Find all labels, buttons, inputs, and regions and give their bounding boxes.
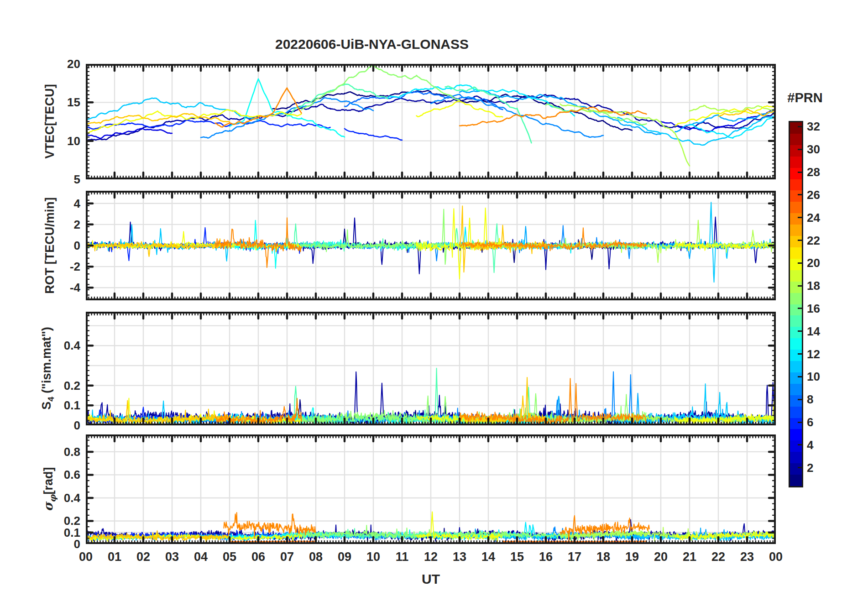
vtec-plot-canvas xyxy=(86,64,776,179)
colorbar-tick-label: 28 xyxy=(807,165,820,179)
sigma-phi-y-axis-label: σφ[rad] xyxy=(41,467,57,511)
x-tick-label: 06 xyxy=(251,550,265,564)
y-tick-label: 0 xyxy=(74,419,80,433)
y-tick-label: 5 xyxy=(74,173,80,187)
colorbar-tick-label: 8 xyxy=(807,392,813,407)
colorbar-tick xyxy=(798,353,802,355)
colorbar-band xyxy=(790,384,802,395)
colorbar-band xyxy=(790,372,802,384)
x-axis-title: UT xyxy=(422,571,440,587)
colorbar-tick-label: 18 xyxy=(807,279,820,293)
x-tick-label: 02 xyxy=(136,550,150,564)
sigma-phi-panel xyxy=(86,434,776,544)
x-tick-label: 23 xyxy=(740,550,754,564)
colorbar-tick-label: 2 xyxy=(807,460,813,475)
x-tick-label: 00 xyxy=(769,550,783,564)
colorbar-band xyxy=(790,190,802,202)
colorbar-tick xyxy=(798,467,802,468)
colorbar-tick-label: 32 xyxy=(807,120,820,134)
y-tick-label: 0.2 xyxy=(64,514,80,528)
y-tick-label: 0 xyxy=(74,239,80,253)
colorbar-tick xyxy=(798,172,802,173)
s4-y-axis-label: S4 ("ism.mat") xyxy=(40,327,56,410)
figure: 20220606-UiB-NYA-GLONASS VTEC[TECU] ROT … xyxy=(0,0,868,607)
vtec-y-axis-label-text: VTEC[TECU] xyxy=(43,84,57,159)
x-tick-label: 13 xyxy=(453,550,466,564)
y-tick-label: -4 xyxy=(70,281,80,295)
colorbar-band xyxy=(790,168,802,179)
y-tick-label: 0.1 xyxy=(64,398,80,413)
colorbar-band xyxy=(790,145,802,157)
colorbar-tick-label: 26 xyxy=(807,188,820,202)
x-tick-label: 15 xyxy=(510,550,524,564)
sigma-y-axis-label-text: σ xyxy=(41,502,55,512)
x-tick-label: 11 xyxy=(396,550,409,564)
colorbar-band xyxy=(790,463,802,475)
x-tick-label: 00 xyxy=(79,550,93,564)
prn-colorbar xyxy=(789,121,803,487)
x-tick-label: 18 xyxy=(596,550,610,564)
x-tick-label: 19 xyxy=(625,550,639,564)
colorbar-band xyxy=(790,134,802,145)
colorbar-tick xyxy=(798,330,802,332)
colorbar-band xyxy=(790,293,802,304)
y-tick-label: 4 xyxy=(74,196,80,210)
x-tick-label: 09 xyxy=(338,550,351,564)
colorbar-band xyxy=(790,304,802,316)
colorbar-band xyxy=(790,157,802,168)
colorbar-band xyxy=(790,122,802,134)
y-tick-label: 0.2 xyxy=(64,378,80,392)
x-tick-label: 08 xyxy=(309,550,323,564)
colorbar-tick xyxy=(798,285,802,287)
colorbar-band xyxy=(790,270,802,282)
y-tick-label: 0.8 xyxy=(64,445,80,459)
x-tick-label: 07 xyxy=(280,550,294,564)
colorbar-band xyxy=(790,236,802,247)
sigma-plot-canvas xyxy=(86,434,776,544)
colorbar-band xyxy=(790,475,802,486)
rot-y-axis-label: ROT [TECU/min] xyxy=(43,197,59,293)
y-tick-label: 2 xyxy=(74,217,80,231)
colorbar-tick xyxy=(798,399,802,400)
rot-plot-canvas xyxy=(86,191,776,300)
vtec-panel xyxy=(86,64,776,179)
x-tick-label: 01 xyxy=(108,550,121,564)
colorbar-tick-label: 4 xyxy=(807,438,813,452)
colorbar-band xyxy=(790,202,802,213)
colorbar-band xyxy=(790,315,802,327)
y-tick-label: 0.6 xyxy=(64,468,80,482)
colorbar-band xyxy=(790,407,802,418)
colorbar-tick xyxy=(798,149,802,150)
x-tick-label: 10 xyxy=(366,550,380,564)
rot-panel xyxy=(86,191,776,300)
colorbar-tick-label: 12 xyxy=(807,347,820,361)
colorbar-band xyxy=(790,247,802,259)
colorbar-band xyxy=(790,452,802,463)
s4-panel xyxy=(86,312,776,425)
colorbar-tick-label: 24 xyxy=(807,210,820,225)
colorbar-tick-label: 10 xyxy=(807,370,820,384)
colorbar-band xyxy=(790,225,802,236)
x-tick-label: 20 xyxy=(654,550,668,564)
colorbar-tick-label: 16 xyxy=(807,301,820,315)
colorbar-band xyxy=(790,418,802,429)
colorbar-tick-label: 6 xyxy=(807,415,813,429)
colorbar-band xyxy=(790,327,802,338)
colorbar-band xyxy=(790,282,802,293)
colorbar-band xyxy=(790,429,802,440)
colorbar-band xyxy=(790,361,802,372)
y-tick-label: 0.4 xyxy=(64,339,80,353)
colorbar-band xyxy=(790,440,802,452)
x-tick-label: 16 xyxy=(539,550,553,564)
y-tick-label: 10 xyxy=(67,134,80,148)
y-tick-label: -2 xyxy=(70,260,80,274)
y-tick-label: 0.4 xyxy=(64,491,80,505)
s4-y-axis-label-text: S xyxy=(40,402,53,410)
x-tick-label: 12 xyxy=(424,550,438,564)
y-tick-label: 15 xyxy=(67,95,80,110)
colorbar-band xyxy=(790,179,802,191)
colorbar-band xyxy=(790,213,802,225)
x-tick-label: 05 xyxy=(223,550,236,564)
x-tick-label: 22 xyxy=(711,550,725,564)
colorbar-band xyxy=(790,395,802,407)
